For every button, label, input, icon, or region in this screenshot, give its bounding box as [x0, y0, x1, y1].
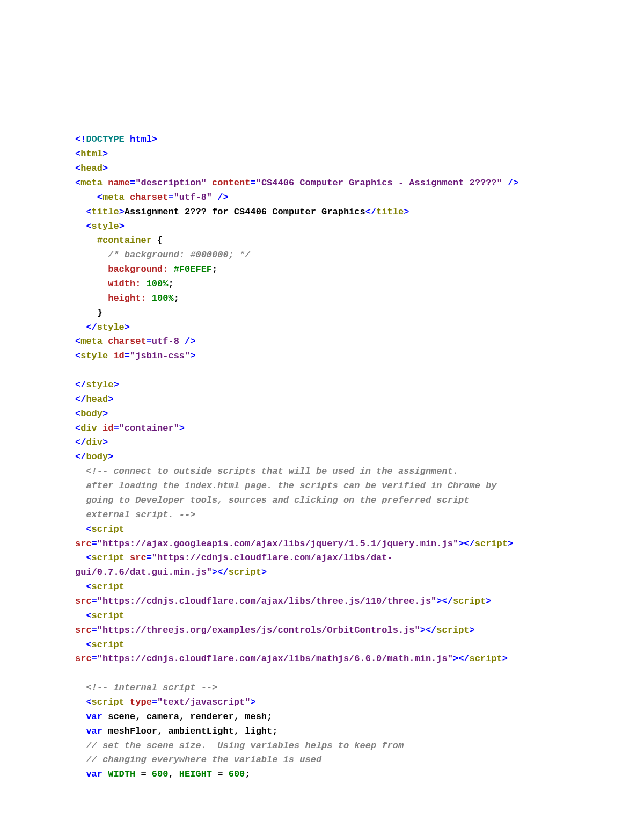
code-line: var scene, camera, renderer, mesh; [75, 712, 272, 722]
code-line: <script type="text/javascript"> [75, 697, 256, 707]
code-line: </body> [75, 452, 113, 462]
code-line: external script. --> [75, 510, 195, 520]
code-line: <meta charset=utf-8 /> [75, 336, 195, 346]
code-line: height: 100%; [75, 293, 179, 303]
code-line: <html> [75, 149, 108, 159]
code-line: <!DOCTYPE html> [75, 134, 157, 144]
code-line: <style id="jsbin-css"> [75, 351, 195, 361]
code-line: width: 100%; [75, 279, 174, 289]
code-line: #container { [75, 235, 163, 245]
code-line: // changing everywhere the variable is u… [75, 755, 321, 765]
code-line: src="https://cdnjs.cloudflare.com/ajax/l… [75, 654, 508, 664]
code-line: <style> [75, 221, 125, 231]
code-line: <title>Assignment 2??? for CS4406 Comput… [75, 207, 409, 217]
code-line: /* background: #000000; */ [75, 250, 250, 260]
code-line: // set the scene size. Using variables h… [75, 741, 404, 751]
code-line: <script [75, 611, 125, 621]
code-line: </div> [75, 437, 108, 447]
code-line: src="https://threejs.org/examples/js/con… [75, 625, 475, 635]
code-line: <!-- connect to outside scripts that wil… [75, 466, 458, 476]
code-line: <script [75, 524, 125, 534]
code-line: <div id="container"> [75, 423, 185, 433]
code-line: src="https://ajax.googleapis.com/ajax/li… [75, 539, 513, 549]
code-line: <head> [75, 163, 108, 173]
code-line: <meta name="description" content="CS4406… [75, 178, 518, 188]
code-line: var meshFloor, ambientLight, light; [75, 726, 277, 736]
code-document: <!DOCTYPE html> <html> <head> <meta name… [75, 133, 569, 782]
code-line: </style> [75, 322, 130, 332]
code-line: <body> [75, 409, 108, 419]
code-line: </head> [75, 394, 113, 404]
code-line: <script src="https://cdnjs.cloudflare.co… [75, 553, 393, 563]
code-line: </style> [75, 380, 119, 390]
code-line: going to Developer tools, sources and cl… [75, 495, 470, 505]
code-line: } [75, 308, 103, 318]
code-line: <meta charset="utf-8" /> [75, 192, 229, 202]
code-line: background: #F0EFEF; [75, 264, 217, 274]
code-line: <!-- internal script --> [75, 683, 217, 693]
code-line: var WIDTH = 600, HEIGHT = 600; [75, 769, 251, 779]
code-line: src="https://cdnjs.cloudflare.com/ajax/l… [75, 596, 491, 606]
code-line: <script [75, 582, 125, 592]
code-line: <script [75, 640, 125, 650]
code-line: after loading the index.html page. the s… [75, 481, 497, 491]
code-line: gui/0.7.6/dat.gui.min.js"></script> [75, 567, 267, 577]
